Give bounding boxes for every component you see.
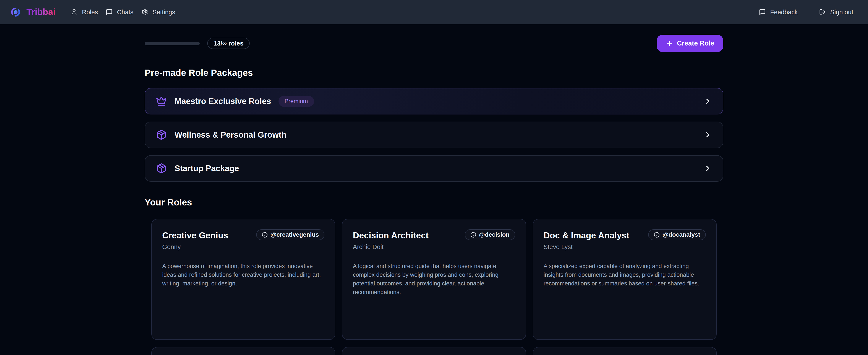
- chat-icon: [106, 9, 113, 16]
- role-card-doc-image-analyst[interactable]: Doc & Image Analyst @docanalyst Steve Ly…: [533, 219, 717, 340]
- brand-logo[interactable]: Tribbai: [10, 7, 56, 17]
- roles-toolbar: 13/∞ roles Create Role: [145, 35, 723, 52]
- tribbai-logo-icon: [10, 7, 21, 17]
- topbar: Tribbai Roles Chats: [0, 0, 868, 24]
- package-title: Wellness & Personal Growth: [175, 130, 286, 140]
- role-description: A powerhouse of imagination, this role p…: [162, 262, 324, 288]
- user-icon: [71, 9, 78, 16]
- role-card-partial[interactable]: [342, 347, 526, 355]
- crown-icon: [156, 96, 167, 107]
- sign-out-label: Sign out: [830, 9, 853, 16]
- role-subtitle: Steve Lyst: [544, 243, 706, 250]
- feedback-button[interactable]: Feedback: [759, 9, 798, 16]
- sign-out-button[interactable]: Sign out: [819, 9, 853, 16]
- nav-item-chats[interactable]: Chats: [106, 9, 133, 16]
- info-icon: [262, 232, 268, 238]
- main-content: 13/∞ roles Create Role Pre-made Role Pac…: [145, 35, 723, 355]
- card-header: Doc & Image Analyst @docanalyst: [544, 229, 706, 240]
- chevron-right-icon: [704, 97, 712, 106]
- role-card-grid: Creative Genius @creativegenius Genny A …: [145, 219, 723, 340]
- role-card-grid-row2: [145, 347, 723, 355]
- role-card-partial[interactable]: [151, 347, 335, 355]
- role-handle: @decision: [479, 231, 509, 238]
- card-header: Creative Genius @creativegenius: [162, 229, 324, 240]
- role-handle: @creativegenius: [271, 231, 319, 238]
- package-title: Maestro Exclusive Roles: [175, 97, 271, 106]
- nav-label: Roles: [82, 9, 98, 16]
- premium-badge: Premium: [279, 96, 314, 107]
- role-subtitle: Genny: [162, 243, 324, 250]
- role-card-partial[interactable]: [533, 347, 717, 355]
- package-row-startup[interactable]: Startup Package: [145, 155, 723, 182]
- role-handle-badge[interactable]: @creativegenius: [256, 229, 324, 240]
- feedback-label: Feedback: [770, 9, 798, 16]
- card-header: Decision Architect @decision: [353, 229, 515, 240]
- sign-out-icon: [819, 9, 826, 16]
- roles-usage: 13/∞ roles: [145, 38, 250, 49]
- topbar-right: Feedback Sign out: [759, 9, 853, 16]
- role-handle-badge[interactable]: @decision: [465, 229, 515, 240]
- role-card-creative-genius[interactable]: Creative Genius @creativegenius Genny A …: [151, 219, 335, 340]
- package-icon: [156, 129, 167, 140]
- plus-icon: [666, 40, 673, 47]
- package-row-maestro[interactable]: Maestro Exclusive Roles Premium: [145, 88, 723, 114]
- nav-item-settings[interactable]: Settings: [141, 9, 175, 16]
- your-roles-title: Your Roles: [145, 197, 723, 208]
- roles-count-badge: 13/∞ roles: [207, 38, 250, 49]
- roles-progress-bar: [145, 41, 200, 45]
- package-row-wellness[interactable]: Wellness & Personal Growth: [145, 122, 723, 148]
- chevron-right-icon: [704, 164, 712, 173]
- gear-icon: [141, 9, 148, 16]
- nav-label: Chats: [117, 9, 133, 16]
- nav-label: Settings: [152, 9, 175, 16]
- feedback-chat-icon: [759, 9, 766, 16]
- role-title: Decision Architect: [353, 229, 429, 240]
- info-icon: [470, 232, 476, 238]
- role-handle-badge[interactable]: @docanalyst: [648, 229, 706, 240]
- nav-item-roles[interactable]: Roles: [71, 9, 98, 16]
- role-description: A logical and structured guide that help…: [353, 262, 515, 296]
- create-role-label: Create Role: [677, 39, 714, 47]
- role-title: Doc & Image Analyst: [544, 229, 629, 240]
- role-subtitle: Archie Doit: [353, 243, 515, 250]
- role-title: Creative Genius: [162, 229, 228, 240]
- create-role-button[interactable]: Create Role: [657, 35, 723, 52]
- premade-packages-title: Pre-made Role Packages: [145, 68, 723, 78]
- package-icon: [156, 163, 167, 174]
- brand-name: Tribbai: [26, 7, 56, 17]
- chevron-right-icon: [704, 130, 712, 139]
- role-card-decision-architect[interactable]: Decision Architect @decision Archie Doit…: [342, 219, 526, 340]
- package-title: Startup Package: [175, 164, 239, 173]
- role-description: A specialized expert capable of analyzin…: [544, 262, 706, 288]
- info-icon: [654, 232, 660, 238]
- role-handle: @docanalyst: [662, 231, 700, 238]
- package-list: Maestro Exclusive Roles Premium Wellness…: [145, 88, 723, 182]
- main-nav: Roles Chats Settings: [71, 9, 175, 16]
